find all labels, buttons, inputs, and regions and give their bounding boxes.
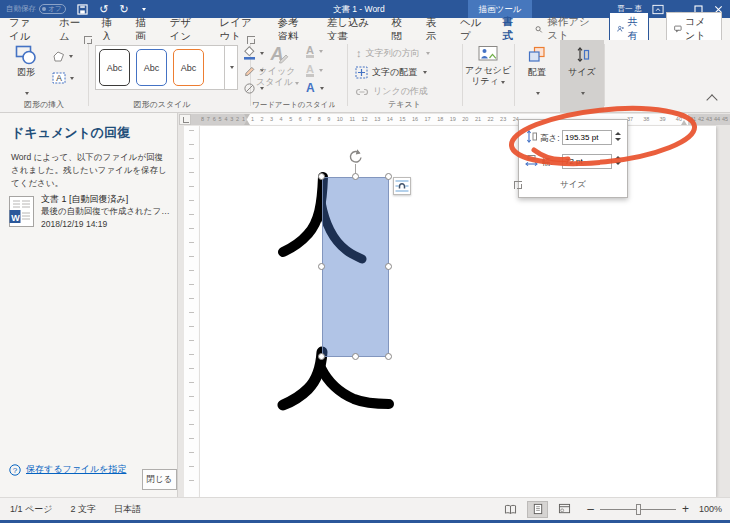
size-icon [574, 46, 590, 63]
rotation-handle-icon[interactable] [347, 148, 364, 165]
recovered-file-detail: 最後の自動回復で作成されたフ… [41, 206, 170, 218]
qat-customize-caret-icon[interactable] [142, 8, 146, 11]
redo-button[interactable]: ↻ [120, 4, 129, 15]
handle-bottom-left[interactable] [318, 353, 325, 360]
arrange-label: 配置 [528, 67, 546, 77]
share-icon [617, 24, 624, 34]
size-button[interactable]: サイズ [560, 46, 604, 99]
search-icon [535, 24, 543, 35]
handle-bottom-center[interactable] [352, 353, 359, 360]
ribbon-tab-row: ファイル ホーム 挿入 描画 デザイン レイアウト 参考資料 差し込み文書 校閲… [0, 18, 730, 40]
shape-styles-dialog-launcher-icon[interactable] [84, 36, 92, 44]
status-bar: 1/1 ページ 2 文字 日本語 – + 100% [0, 497, 730, 520]
text-fill-button[interactable]: A [306, 45, 323, 58]
align-text-button[interactable]: 文字の配置 [355, 66, 427, 79]
layout-options-button[interactable] [393, 177, 411, 195]
share-label: 共有 [627, 15, 641, 43]
quick-styles-label-1: クイック [259, 66, 296, 76]
word-document-icon: W [9, 196, 34, 227]
read-mode-button[interactable] [500, 501, 521, 518]
text-effects-a-icon: A [306, 83, 315, 94]
handle-top-right[interactable] [385, 173, 392, 180]
handle-top-left[interactable] [318, 173, 325, 180]
which-file-link-row: ? 保存するファイルを指定 [9, 463, 126, 476]
text-direction-label: 文字列の方向 [366, 47, 420, 60]
zoom-slider-thumb[interactable] [636, 504, 641, 515]
group-label-wordart-styles: ワードアートのスタイル [252, 100, 335, 110]
accessibility-label-1: アクセシビ [465, 65, 511, 75]
ribbon-display-options-icon [652, 4, 664, 15]
page-indicator[interactable]: 1/1 ページ [10, 503, 52, 516]
first-line-indent-marker[interactable] [244, 114, 250, 119]
svg-text:?: ? [13, 465, 18, 474]
handle-bottom-right[interactable] [385, 353, 392, 360]
document-page[interactable] [200, 126, 716, 497]
create-link-label: リンクの作成 [373, 85, 428, 98]
tab-selector-l-icon [183, 117, 189, 123]
group-label-text: テキスト [347, 99, 462, 110]
wordart-styles-dialog-launcher-icon[interactable] [247, 36, 255, 44]
help-icon: ? [9, 464, 21, 476]
shape-style-preview-3[interactable]: Abc [173, 49, 204, 86]
ribbon-group-text: ↕ 文字列の方向 文字の配置 リンクの作成 テキスト [347, 40, 462, 112]
read-mode-icon [504, 504, 517, 515]
arrange-button[interactable]: 配置 [514, 46, 560, 99]
handle-middle-left[interactable] [318, 263, 325, 270]
text-direction-button[interactable]: ↕ 文字列の方向 [356, 47, 430, 60]
recovery-panel-description: Word によって、以下のファイルが回復されました。残したいファイルを保存してく… [11, 151, 167, 191]
zoom-level[interactable]: 100% [699, 504, 722, 514]
size-label: サイズ [568, 67, 596, 77]
ruler-mid-numbers: 123456789101112131415161718192021222324 [251, 114, 519, 125]
selected-rectangle-shape[interactable] [322, 177, 389, 357]
arrange-icon [528, 46, 546, 63]
print-layout-button[interactable] [527, 501, 548, 518]
handle-middle-right[interactable] [385, 263, 392, 270]
textbox-icon: A [52, 72, 66, 84]
ruler-left-margin-numbers: 87654321 [201, 114, 245, 125]
text-outline-button[interactable]: A [306, 64, 323, 77]
language-indicator[interactable]: 日本語 [114, 503, 141, 516]
shape-style-preview-2[interactable]: Abc [136, 49, 167, 86]
accessibility-button[interactable]: アクセシビリティ [462, 45, 514, 88]
hanging-indent-marker[interactable] [244, 120, 250, 125]
text-effects-button[interactable]: A [306, 83, 324, 94]
group-label-shape-styles: 図形のスタイル [88, 99, 236, 110]
align-text-label: 文字の配置 [372, 66, 417, 79]
ribbon-display-options-button[interactable] [648, 0, 668, 18]
size-dialog-launcher-icon[interactable] [514, 181, 522, 189]
recovery-panel-title: ドキュメントの回復 [11, 124, 130, 142]
word-count[interactable]: 2 文字 [70, 503, 96, 516]
recovered-file-name: 文書 1 [自動回復済み] [41, 193, 128, 206]
red-circle-annotation [498, 100, 723, 175]
create-link-button[interactable]: リンクの作成 [355, 85, 428, 98]
recovery-close-button[interactable]: 閉じる [142, 469, 177, 490]
ribbon-group-shape-styles: Abc Abc Abc 図形のスタイル [88, 40, 250, 112]
vertical-ruler[interactable] [184, 126, 199, 497]
zoom-out-button[interactable]: – [587, 502, 594, 516]
print-layout-icon [532, 503, 544, 515]
tab-selector-box[interactable] [179, 114, 191, 125]
quick-styles-label-2: スタイル [256, 77, 293, 87]
which-file-to-save-link[interactable]: 保存するファイルを指定 [26, 463, 126, 476]
shape-style-gallery: Abc Abc Abc [95, 45, 225, 90]
handle-top-center[interactable] [352, 173, 359, 180]
text-direction-icon: ↕ [356, 48, 362, 59]
size-popup-footer-label: サイズ [519, 179, 627, 191]
autosave-dot-icon [42, 7, 46, 11]
zoom-in-button[interactable]: + [682, 502, 689, 516]
quick-styles-button[interactable]: A クイックスタイル [256, 44, 298, 89]
web-layout-button[interactable] [554, 501, 575, 518]
accessibility-icon [478, 45, 498, 62]
shape-style-gallery-more-button[interactable] [225, 45, 238, 90]
shapes-icon [15, 45, 37, 65]
shapes-button[interactable]: 図形 [6, 43, 46, 99]
wordart-quickstyle-pencil-icon [278, 52, 290, 64]
recovered-file-date: 2018/12/19 14:19 [41, 219, 107, 229]
ribbon-group-insert-shapes: 図形 A 図形の挿入 [0, 40, 88, 112]
edit-shape-button[interactable] [52, 50, 73, 63]
zoom-slider[interactable] [600, 503, 676, 515]
shape-style-preview-1[interactable]: Abc [99, 49, 130, 86]
accessibility-label-2: リティ [471, 76, 499, 86]
tell-me-assist[interactable]: 操作アシスト [535, 15, 592, 43]
textbox-button[interactable]: A [52, 72, 74, 84]
